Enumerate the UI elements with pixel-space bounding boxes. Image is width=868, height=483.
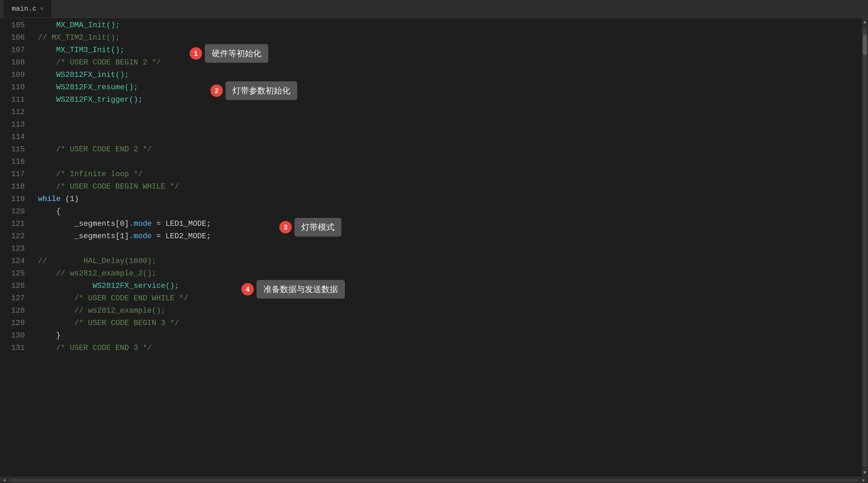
line-num: 114 (0, 131, 25, 143)
line-num: 126 (0, 280, 25, 292)
scrollbar-bottom[interactable]: ◀ ▶ (0, 477, 868, 483)
line-num: 116 (0, 156, 25, 168)
code-line: /* Infinite loop */ (38, 168, 862, 181)
code-line: WS2812FX_trigger(); (38, 94, 862, 106)
annotation-badge-3: 3 (279, 221, 292, 233)
code-line (38, 119, 862, 131)
annotation-tooltip-1: 硬件等初始化 (205, 44, 268, 63)
tab-close-button[interactable]: × (40, 6, 43, 12)
line-num: 106 (0, 32, 25, 44)
scrollbar-up-button[interactable]: ▲ (862, 18, 868, 26)
line-num: 109 (0, 69, 25, 81)
code-line: /* USER CODE BEGIN WHILE */ (38, 181, 862, 193)
line-num: 125 (0, 268, 25, 280)
annotation-badge-2: 2 (210, 84, 223, 97)
code-line: // ws2812_example_2(); (38, 268, 862, 280)
line-num: 129 (0, 317, 25, 330)
code-line: WS2812FX_service(); 4 准备数据与发送数据 (38, 280, 862, 292)
annotation-1: 1 硬件等初始化 (190, 44, 268, 63)
line-num: 128 (0, 305, 25, 317)
code-line: _segments[1].mode = LED2_MODE; (38, 230, 862, 243)
code-line (38, 131, 862, 143)
line-num: 130 (0, 330, 25, 342)
scrollbar-right-button[interactable]: ▶ (860, 477, 868, 483)
code-line: WS2812FX_init(); (38, 69, 862, 81)
scrollbar-left-button[interactable]: ◀ (0, 477, 8, 483)
annotation-3: 3 灯带模式 (279, 218, 341, 237)
line-num: 124 (0, 255, 25, 268)
tab-filename: main.c (12, 5, 37, 13)
annotation-badge-1: 1 (190, 47, 202, 60)
code-line (38, 243, 862, 255)
annotation-4: 4 准备数据与发送数据 (241, 280, 345, 299)
line-num: 118 (0, 181, 25, 193)
scrollbar-down-button[interactable]: ▼ (862, 469, 868, 477)
line-num: 105 (0, 19, 25, 32)
code-line: /* USER CODE END 2 */ (38, 143, 862, 156)
line-num: 115 (0, 143, 25, 156)
code-area: 105 106 107 108 109 110 111 112 113 114 … (0, 18, 868, 477)
code-line (38, 106, 862, 119)
code-content: MX_DMA_Init(); // MX_TIM2_Init(); MX_TIM… (31, 18, 862, 477)
annotation-badge-4: 4 (241, 283, 254, 295)
scrollbar-bottom-track[interactable] (10, 479, 858, 482)
code-line: { (38, 205, 862, 218)
line-num: 121 (0, 218, 25, 230)
code-line: _segments[0].mode = LED1_MODE; 3 灯带模式 (38, 218, 862, 230)
editor-tab[interactable]: main.c × (3, 0, 52, 18)
scrollbar-right[interactable]: ▲ ▼ (862, 18, 868, 477)
line-num: 107 (0, 44, 25, 57)
code-line: WS2812FX_resume(); 2 灯带参数初始化 (38, 81, 862, 94)
annotation-2: 2 灯带参数初始化 (210, 81, 297, 100)
code-line: // ws2812_example(); (38, 305, 862, 317)
line-numbers: 105 106 107 108 109 110 111 112 113 114 … (0, 18, 31, 477)
line-num: 110 (0, 81, 25, 94)
code-line: /* USER CODE END 3 */ (38, 342, 862, 354)
annotation-tooltip-2: 灯带参数初始化 (226, 81, 297, 100)
line-num: 108 (0, 57, 25, 69)
editor-container: main.c × 105 106 107 108 109 110 111 112… (0, 0, 868, 483)
code-line (38, 156, 862, 168)
scrollbar-thumb[interactable] (863, 34, 867, 55)
line-num: 120 (0, 205, 25, 218)
line-num: 117 (0, 168, 25, 181)
code-line: // MX_TIM2_Init(); (38, 32, 862, 44)
line-num: 123 (0, 243, 25, 255)
code-line: MX_TIM3_Init(); 1 硬件等初始化 (38, 44, 862, 57)
annotation-tooltip-4: 准备数据与发送数据 (257, 280, 345, 299)
code-line-while: while (1) (38, 193, 862, 205)
line-num: 112 (0, 106, 25, 119)
code-line: MX_DMA_Init(); (38, 19, 862, 32)
line-num: 119 (0, 193, 25, 205)
annotation-tooltip-3: 灯带模式 (295, 218, 341, 237)
code-line: } (38, 330, 862, 342)
code-line: /* USER CODE END WHILE */ (38, 292, 862, 305)
line-num: 113 (0, 119, 25, 131)
code-line: // HAL_Delay(1000); (38, 255, 862, 268)
line-num: 122 (0, 230, 25, 243)
line-num: 131 (0, 342, 25, 354)
code-line: /* USER CODE BEGIN 2 */ (38, 57, 862, 69)
line-num: 127 (0, 292, 25, 305)
line-num: 111 (0, 94, 25, 106)
scrollbar-track[interactable] (863, 28, 867, 467)
tab-bar: main.c × (0, 0, 868, 18)
code-line: /* USER CODE BEGIN 3 */ (38, 317, 862, 330)
